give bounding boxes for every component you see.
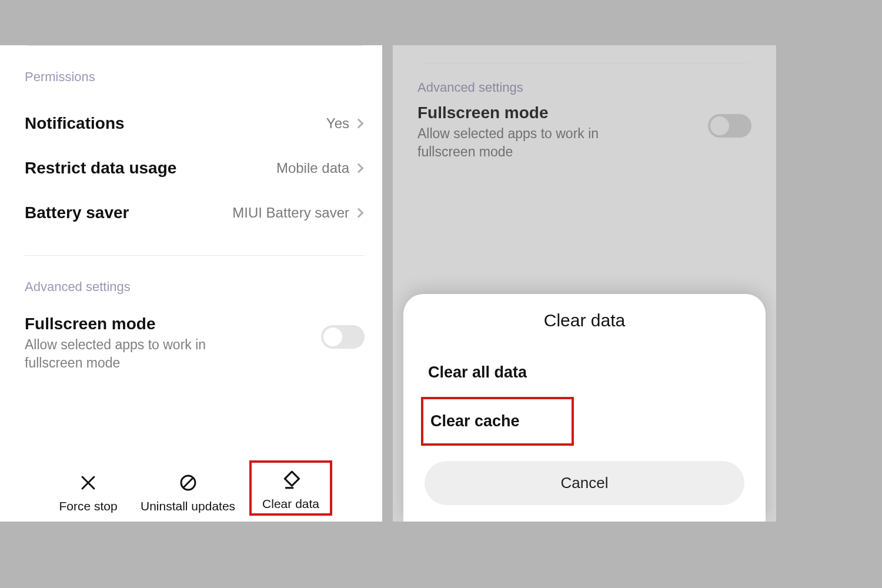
chevron-right-icon <box>354 163 364 173</box>
row-fullscreen[interactable]: Fullscreen mode Allow selected apps to w… <box>25 311 365 372</box>
uninstall-label: Uninstall updates <box>141 499 235 513</box>
clear-data-label: Clear data <box>262 497 319 511</box>
app-info-screen-with-sheet: Advanced settings Fullscreen mode Allow … <box>393 45 776 522</box>
restrict-title: Restrict data usage <box>25 159 176 178</box>
section-label-permissions: Permissions <box>25 69 365 85</box>
force-stop-label: Force stop <box>59 499 117 513</box>
sheet-title: Clear data <box>425 310 744 330</box>
chevron-right-icon <box>354 208 364 218</box>
fullscreen-toggle[interactable] <box>708 114 751 138</box>
divider <box>27 45 362 46</box>
app-info-screen: Permissions Notifications Yes Restrict d… <box>0 45 382 522</box>
eraser-icon <box>279 469 303 492</box>
fullscreen-desc: Allow selected apps to work in fullscree… <box>417 125 653 161</box>
uninstall-updates-button[interactable]: Uninstall updates <box>137 467 239 516</box>
clear-all-data-option[interactable]: Clear all data <box>425 352 744 393</box>
toggle-knob <box>710 116 729 135</box>
restrict-value: Mobile data <box>276 160 365 176</box>
battery-title: Battery saver <box>25 203 129 222</box>
divider <box>25 255 365 256</box>
close-icon <box>76 471 100 495</box>
clear-cache-option[interactable]: Clear cache <box>421 397 574 446</box>
block-icon <box>176 471 200 495</box>
row-fullscreen[interactable]: Fullscreen mode Allow selected apps to w… <box>417 100 751 161</box>
force-stop-button[interactable]: Force stop <box>50 467 126 516</box>
row-notifications[interactable]: Notifications Yes <box>25 101 365 146</box>
row-restrict-data[interactable]: Restrict data usage Mobile data <box>25 146 365 191</box>
svg-line-3 <box>183 477 193 487</box>
clear-data-sheet: Clear data Clear all data Clear cache Ca… <box>403 294 766 522</box>
notifications-value: Yes <box>326 115 365 132</box>
fullscreen-desc: Allow selected apps to work in fullscree… <box>25 336 260 372</box>
cancel-button[interactable]: Cancel <box>425 461 744 505</box>
section-label-advanced: Advanced settings <box>417 80 751 95</box>
battery-value: MIUI Battery saver <box>232 205 365 221</box>
notifications-title: Notifications <box>25 114 125 133</box>
fullscreen-title: Fullscreen mode <box>25 315 260 333</box>
section-label-advanced: Advanced settings <box>25 279 365 295</box>
fullscreen-title: Fullscreen mode <box>417 103 653 122</box>
fullscreen-toggle[interactable] <box>321 325 365 349</box>
divider <box>420 63 749 64</box>
toggle-knob <box>323 328 342 346</box>
row-battery-saver[interactable]: Battery saver MIUI Battery saver <box>25 191 365 235</box>
clear-data-button[interactable]: Clear data <box>249 460 332 516</box>
bottom-action-bar: Force stop Uninstall updates Clear data <box>0 460 382 516</box>
svg-rect-4 <box>285 472 299 486</box>
chevron-right-icon <box>354 119 364 129</box>
